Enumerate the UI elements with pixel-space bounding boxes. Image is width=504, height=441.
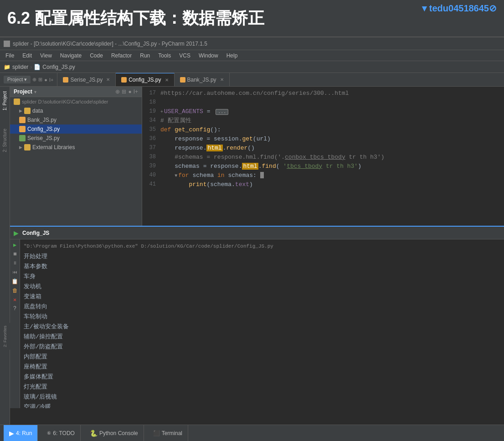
code-line-36: 36 response = session.get(url): [142, 134, 504, 143]
code-19[interactable]: +USER_AGENTS = ...: [160, 108, 230, 115]
toolbar-btn1[interactable]: ⊕: [32, 77, 36, 83]
run-btn-copy[interactable]: 📋: [11, 278, 19, 285]
code-38[interactable]: #schemas = response.hml.find('.conbox tb…: [160, 154, 385, 161]
tab-bank[interactable]: Bank_JS.py ✕: [175, 73, 230, 86]
ln-17: 17: [142, 90, 160, 96]
ln-41: 41: [142, 181, 160, 187]
run-tab-label: 4: Run: [16, 430, 32, 436]
menu-code[interactable]: Code: [86, 52, 107, 60]
serise-label: Serise_JS.py: [27, 135, 60, 141]
toolbar-btn3[interactable]: ●: [44, 77, 47, 83]
code-39[interactable]: schemas = response.html.find( 'tbcs tbod…: [160, 163, 361, 170]
menu-help[interactable]: Help: [223, 52, 242, 60]
menu-edit[interactable]: Edit: [19, 52, 36, 60]
breadcrumb-file-icon: 📄: [34, 64, 41, 70]
menu-refactor[interactable]: Refactor: [108, 52, 135, 60]
run-btn-help[interactable]: ?: [11, 305, 19, 312]
breadcrumb-splider[interactable]: splider: [12, 64, 28, 70]
run-btn-close[interactable]: ✕: [11, 296, 19, 303]
code-18[interactable]: [160, 99, 164, 106]
file-data-item[interactable]: ▶ data: [10, 106, 142, 115]
banner-url: ▾ tedu04518645⊘: [422, 3, 497, 14]
status-python-console[interactable]: 🐍 Python Console: [84, 425, 144, 441]
menu-navigate[interactable]: Navigate: [57, 52, 85, 60]
header-btn3[interactable]: ●: [128, 88, 131, 95]
tab-config-label: Config_JS.py: [129, 77, 161, 83]
output-fuzhu: 辅助/操控配置: [24, 332, 500, 342]
config-label: Config_JS.py: [27, 126, 60, 132]
output-biansuxiang1: 变速箱: [24, 291, 500, 301]
code-40[interactable]: ▼for schema in schemas:: [160, 172, 264, 179]
header-btn4[interactable]: I+: [134, 88, 138, 95]
project-label: Project: [14, 88, 32, 95]
menu-tools[interactable]: Tools: [154, 52, 175, 60]
serise-file-icon: [19, 135, 26, 141]
project-dropdown[interactable]: Project ▾: [4, 76, 31, 83]
run-btn-play[interactable]: ▶: [11, 241, 19, 249]
code-34[interactable]: # 配置属性: [160, 116, 191, 125]
status-todo[interactable]: ⑥ 6: TODO: [41, 425, 81, 441]
tab-config-close[interactable]: ✕: [165, 78, 169, 83]
todo-tab-icon: ⑥: [47, 431, 51, 436]
header-btn2[interactable]: ⊞: [122, 88, 126, 95]
code-36[interactable]: response = session.get(url): [160, 135, 271, 142]
run-btn-stop[interactable]: ⏹: [11, 250, 19, 258]
ln-19: 19: [142, 108, 160, 114]
tab-serise-close[interactable]: ✕: [106, 77, 110, 82]
ln-35: 35: [142, 126, 160, 133]
menu-vcs[interactable]: VCS: [175, 52, 194, 60]
vert-tab-structure[interactable]: 2: Structure: [1, 124, 9, 157]
run-icon: ▶: [14, 229, 19, 237]
output-zhubeidong: 主/被动安全装备: [24, 322, 500, 332]
breadcrumb-file[interactable]: Config_JS.py: [42, 64, 75, 70]
output-jiben1: 基本参数: [24, 261, 500, 271]
menu-view[interactable]: View: [36, 52, 56, 60]
tab-config[interactable]: Config_JS.py ✕: [116, 73, 174, 86]
run-panel-header: ▶ Config_JS: [10, 227, 504, 239]
extlib-arrow: ▶: [19, 145, 22, 150]
tab-serise[interactable]: Serise_JS.py ✕: [57, 73, 116, 86]
menu-run[interactable]: Run: [136, 52, 154, 60]
run-title: Config_JS: [22, 230, 49, 236]
favorites-tab-label[interactable]: 2: Favorites: [2, 323, 8, 350]
ide-title-icon: [4, 41, 10, 47]
code-37[interactable]: response.html.render(): [160, 145, 255, 151]
file-serise-item[interactable]: Serise_JS.py: [10, 134, 142, 143]
run-command-text: "D:\Program Files\Python36\python.exe" D…: [24, 244, 273, 249]
top-banner: 6.2 配置属性结构下载：数据需矫正 ▾ tedu04518645⊘: [0, 0, 504, 37]
status-terminal[interactable]: ⬛ Terminal: [148, 425, 188, 441]
file-extlib-item[interactable]: ▶ External Libraries: [10, 143, 142, 152]
code-17[interactable]: #https://car.autohome.com.cn/config/seri…: [160, 90, 349, 97]
file-bank-item[interactable]: Bank_JS.py: [10, 115, 142, 125]
code-line-34: 34 # 配置属性: [142, 116, 504, 125]
output-chelun: 车轮制动: [24, 311, 500, 322]
tabs-bar: Project ▾ ⊕ ⊞ ● I+ Serise_JS.py ✕ Config…: [0, 73, 504, 87]
code-line-39: 39 schemas = response.html.find( 'tbcs t…: [142, 161, 504, 171]
ide-title-text: splider - [D:\solution\KG\Car\code\splid…: [13, 41, 207, 47]
toolbar-btn4[interactable]: I+: [49, 77, 53, 83]
extlib-icon: [24, 144, 31, 150]
code-35[interactable]: def get_config():: [160, 126, 221, 133]
file-tree-path: splider D:\solution\KG\Car\code\splider: [10, 97, 142, 106]
output-cheshen1: 车身: [24, 271, 500, 281]
data-label: data: [32, 108, 43, 114]
menu-file[interactable]: File: [2, 52, 18, 60]
run-btn-pause[interactable]: ⏸: [11, 259, 19, 267]
arrow-data: ▶: [19, 109, 22, 113]
file-tree: Project ▾ ⊕ ⊞ ● I+ splider D:\solution\K…: [10, 87, 142, 242]
output-waibu: 外部/防盗配置: [24, 342, 500, 352]
header-btn1[interactable]: ⊕: [115, 88, 120, 95]
menu-window[interactable]: Window: [195, 52, 222, 60]
output-kaishi: 开始处理: [24, 251, 500, 261]
vert-tab-project[interactable]: 1: Project: [1, 87, 9, 115]
code-41[interactable]: print(schema.text): [160, 181, 253, 188]
path-folder-icon: [14, 99, 20, 105]
status-run[interactable]: ▶ 4: Run: [4, 425, 38, 441]
toolbar-btn2[interactable]: ⊞: [38, 77, 42, 83]
run-btn-back[interactable]: ⏮: [11, 269, 19, 276]
tab-bank-close[interactable]: ✕: [220, 77, 224, 82]
run-btn-trash[interactable]: 🗑: [11, 287, 19, 294]
file-config-item[interactable]: Config_JS.py: [10, 125, 142, 134]
breadcrumb-sep: ›: [30, 64, 32, 70]
python-tab-label: Python Console: [99, 430, 138, 436]
